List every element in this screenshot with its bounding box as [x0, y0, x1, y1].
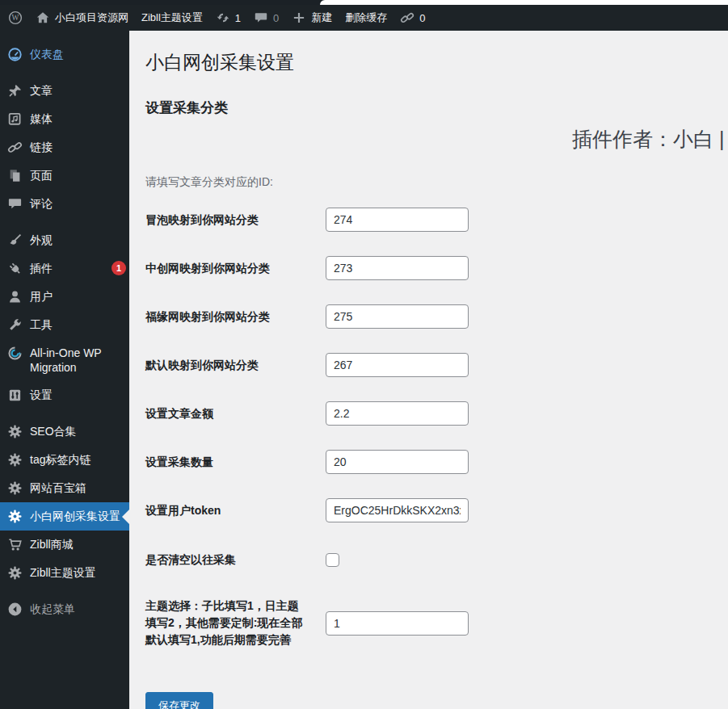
sidebar-item[interactable]: Zibll主题设置 — [0, 559, 129, 587]
field-label: 默认映射到你网站分类 — [145, 353, 326, 374]
new-content-link[interactable]: 新建 — [292, 10, 332, 25]
wordpress-menu-button[interactable]: W — [8, 10, 23, 25]
gear-icon — [7, 480, 23, 496]
sidebar-item[interactable]: 收起菜单 — [0, 595, 129, 623]
field-label: 设置用户token — [145, 498, 326, 519]
links-count[interactable]: 0 — [400, 10, 425, 25]
comment-icon — [254, 10, 268, 25]
sidebar-item-label: 插件 — [30, 261, 106, 275]
field-label: 主题选择：子比填写1，日主题填写2，其他需要定制:现在全部默认填写1,功能后期需… — [145, 598, 326, 648]
theme-settings-label: Zibll主题设置 — [141, 10, 203, 25]
sidebar-item[interactable]: 仪表盘 — [0, 40, 129, 69]
link-count: 0 — [419, 12, 425, 24]
sidebar-item[interactable]: 工具 — [0, 311, 129, 339]
plugin-author-line: 插件作者：小白 | 项 — [572, 126, 728, 153]
sidebar-item-label: tag标签内链 — [30, 452, 126, 467]
page-title: 小白网创采集设置 — [145, 50, 728, 75]
sidebar-item[interactable]: 用户 — [0, 283, 129, 311]
sidebar-item-label: 网站百宝箱 — [30, 480, 126, 495]
wordpress-icon: W — [8, 10, 23, 25]
sidebar-item-label: Zibll商城 — [30, 537, 126, 552]
field-input[interactable] — [326, 353, 469, 377]
update-icon — [216, 10, 230, 25]
cart-icon — [7, 537, 23, 552]
sidebar-item-label: Zibll主题设置 — [30, 565, 126, 580]
pages-icon — [7, 168, 23, 183]
form-field-row: 福缘网映射到你网站分类 — [145, 304, 728, 329]
sidebar-item-label: 外观 — [30, 233, 126, 247]
field-label: 福缘网映射到你网站分类 — [145, 304, 326, 325]
users-icon — [7, 289, 23, 304]
appearance-icon — [7, 233, 23, 248]
field-label: 冒泡映射到你网站分类 — [145, 208, 326, 229]
theme-select-input[interactable] — [326, 611, 469, 636]
field-label: 设置采集数量 — [145, 450, 326, 471]
sidebar-item-label: 小白网创采集设置 — [30, 509, 126, 523]
plus-icon — [292, 10, 306, 25]
sidebar-item[interactable]: 页面 — [0, 162, 129, 190]
clear-history-checkbox[interactable] — [326, 553, 339, 567]
update-count: 1 — [235, 12, 241, 24]
save-changes-button[interactable]: 保存更改 — [145, 692, 213, 709]
form-field-row: 冒泡映射到你网站分类 — [145, 208, 728, 232]
field-input[interactable] — [326, 304, 469, 329]
category-id-hint: 请填写文章分类对应的ID: — [145, 175, 728, 190]
sidebar-item-label: 媒体 — [30, 111, 126, 126]
site-home-link[interactable]: 小白项目资源网 — [36, 10, 128, 25]
new-label: 新建 — [311, 10, 332, 25]
form-field-row: 默认映射到你网站分类 — [145, 353, 728, 377]
browser-edge-strip-white — [320, 0, 728, 5]
sidebar-item-label: 用户 — [30, 289, 126, 304]
gear-icon — [7, 565, 23, 581]
sidebar-item[interactable]: 链接 — [0, 133, 129, 162]
field-input[interactable] — [326, 208, 469, 232]
sidebar-item-label: 设置 — [30, 388, 126, 402]
sidebar-item[interactable]: tag标签内链 — [0, 446, 129, 474]
field-input[interactable] — [326, 498, 469, 522]
sidebar-item-label: 评论 — [30, 196, 126, 211]
field-input[interactable] — [326, 450, 469, 474]
sidebar-item[interactable]: SEO合集 — [0, 417, 129, 446]
sidebar-item[interactable]: 文章 — [0, 77, 129, 105]
sidebar-item[interactable]: All-in-One WP Migration — [0, 339, 129, 381]
browser-edge-strip — [0, 0, 728, 5]
sidebar-item[interactable]: Zibll商城 — [0, 531, 129, 559]
comment-count: 0 — [273, 12, 279, 24]
sidebar-item-label: 文章 — [30, 83, 126, 98]
admin-sidebar: 仪表盘文章媒体链接页面评论外观插件1用户工具All-in-One WP Migr… — [0, 31, 129, 709]
sidebar-item[interactable]: 评论 — [0, 190, 129, 218]
comment-icon — [7, 196, 23, 212]
form-field-row: 设置用户token — [145, 498, 728, 522]
settings-form: 冒泡映射到你网站分类 中创网映射到你网站分类 福缘网映射到你网站分类 默认映射到… — [145, 208, 728, 522]
tools-icon — [7, 317, 23, 333]
form-field-row: 是否清空以往采集 — [145, 552, 728, 568]
links-icon — [7, 140, 23, 155]
collapse-icon — [7, 602, 23, 617]
sidebar-item[interactable]: 外观 — [0, 226, 129, 254]
sidebar-item-label: 收起菜单 — [30, 602, 126, 616]
section-title: 设置采集分类 — [145, 99, 728, 117]
sidebar-item-current[interactable]: 小白网创采集设置 — [0, 502, 129, 531]
clear-cache-link[interactable]: 删除缓存 — [345, 10, 387, 25]
theme-settings-link[interactable]: Zibll主题设置 — [141, 10, 203, 25]
sidebar-item[interactable]: 设置 — [0, 381, 129, 409]
form-field-row: 设置采集数量 — [145, 450, 728, 474]
gear-icon — [7, 452, 23, 468]
gear-icon — [7, 424, 23, 439]
comments-link[interactable]: 0 — [254, 10, 279, 25]
media-icon — [7, 111, 23, 127]
sidebar-item[interactable]: 媒体 — [0, 105, 129, 133]
dashboard-icon — [7, 47, 23, 62]
svg-text:W: W — [12, 14, 19, 22]
plugin-icon — [7, 261, 23, 276]
field-input[interactable] — [326, 401, 469, 426]
update-count-badge: 1 — [112, 261, 126, 275]
field-label: 中创网映射到你网站分类 — [145, 256, 326, 277]
sidebar-item[interactable]: 网站百宝箱 — [0, 474, 129, 502]
sidebar-item[interactable]: 插件1 — [0, 254, 129, 283]
form-field-row: 主题选择：子比填写1，日主题填写2，其他需要定制:现在全部默认填写1,功能后期需… — [145, 598, 728, 648]
gear-icon — [7, 509, 23, 524]
sidebar-item-label: All-in-One WP Migration — [30, 346, 126, 375]
field-input[interactable] — [326, 256, 469, 280]
updates-link[interactable]: 1 — [216, 10, 241, 25]
